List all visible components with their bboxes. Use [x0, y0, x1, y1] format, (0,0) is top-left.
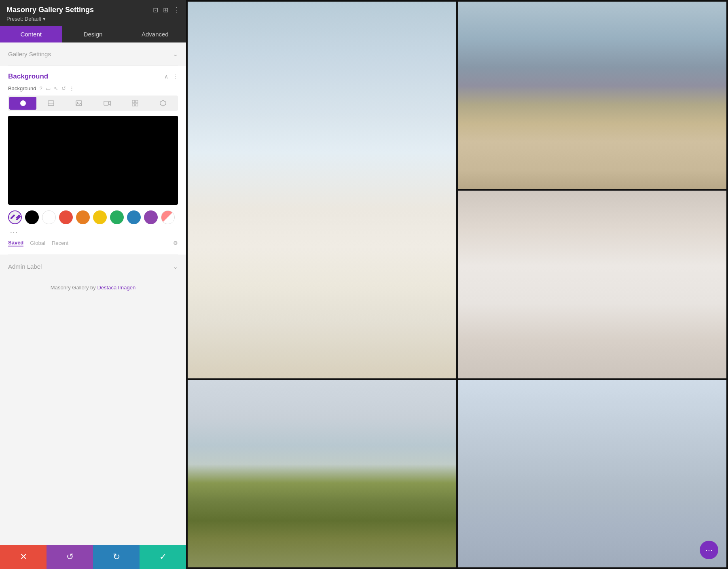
panel-header: Masonry Gallery Settings ⊡ ⊞ ⋮ Preset: D… [0, 0, 186, 26]
admin-section-title: Admin Label [8, 263, 42, 270]
admin-label-section: Admin Label ⌄ [0, 255, 186, 278]
background-options-icon[interactable]: ⋮ [69, 85, 74, 91]
color-tab-saved[interactable]: Saved [8, 240, 23, 246]
color-preview[interactable] [8, 116, 178, 205]
gallery-dots-icon: ⋯ [705, 546, 713, 554]
cancel-icon: ✕ [20, 552, 27, 562]
background-section-title: Background [8, 72, 48, 81]
background-more-icon[interactable]: ⋮ [172, 73, 178, 80]
panel-title: Masonry Gallery Settings [6, 6, 94, 14]
panel-tabs: Content Design Advanced [0, 26, 186, 42]
preset-label: Preset: Default [6, 16, 41, 22]
more-swatches-button[interactable]: ⋯ [8, 227, 178, 237]
swatch-black[interactable] [25, 210, 39, 224]
gallery-settings-section[interactable]: Gallery Settings ⌄ [0, 42, 186, 66]
swatch-yellow[interactable] [93, 210, 107, 224]
admin-section-header[interactable]: Admin Label ⌄ [8, 263, 178, 270]
panel-preset[interactable]: Preset: Default ▾ [6, 16, 180, 26]
tab-design[interactable]: Design [62, 26, 124, 42]
save-icon: ✓ [159, 552, 167, 562]
background-section: Background ∧ ⋮ Background ? ▭ ↖ ↺ ⋮ [0, 66, 186, 255]
credit-text: Masonry Gallery by Destaca Imagen [0, 278, 186, 297]
settings-panel: Masonry Gallery Settings ⊡ ⊞ ⋮ Preset: D… [0, 0, 186, 569]
bg-type-video[interactable] [93, 97, 121, 110]
panel-body: Gallery Settings ⌄ Background ∧ ⋮ Backgr… [0, 42, 186, 545]
svg-rect-8 [132, 104, 135, 106]
swatch-white[interactable] [42, 210, 56, 224]
svg-rect-5 [104, 101, 108, 105]
gallery-item-living [458, 191, 726, 378]
background-arrow-icon[interactable]: ↖ [54, 85, 58, 91]
swatch-orange[interactable] [76, 210, 90, 224]
swatch-purple[interactable] [144, 210, 158, 224]
background-section-header: Background ∧ ⋮ [8, 66, 178, 85]
panel-title-icons: ⊡ ⊞ ⋮ [153, 6, 180, 14]
content-area: ⋯ [186, 0, 728, 569]
panel-footer: ✕ ↺ ↻ ✓ [0, 545, 186, 569]
background-reset-icon[interactable]: ↺ [61, 85, 66, 91]
tab-advanced[interactable]: Advanced [124, 26, 186, 42]
color-tabs: Saved Global Recent ⚙ [8, 237, 178, 246]
background-label-row: Background ? ▭ ↖ ↺ ⋮ [8, 85, 178, 96]
redo-icon: ↻ [113, 552, 120, 562]
swatch-green[interactable] [110, 210, 124, 224]
svg-rect-7 [135, 100, 138, 103]
credit-link[interactable]: Destaca Imagen [97, 284, 135, 291]
svg-rect-9 [135, 104, 138, 106]
layout-icon[interactable]: ⊞ [163, 6, 168, 14]
svg-rect-3 [76, 101, 82, 106]
svg-rect-6 [132, 100, 135, 103]
bg-type-image[interactable] [66, 97, 93, 110]
gallery-more-button[interactable]: ⋯ [700, 541, 718, 559]
swatch-red[interactable] [59, 210, 73, 224]
background-field-label: Background [8, 85, 36, 91]
swatch-clear[interactable] [161, 210, 175, 224]
gallery-item-dock [188, 380, 456, 567]
save-button[interactable]: ✓ [140, 545, 186, 569]
redo-button[interactable]: ↻ [93, 545, 140, 569]
panel-title-row: Masonry Gallery Settings ⊡ ⊞ ⋮ [6, 6, 180, 14]
credit-prefix: Masonry Gallery by [51, 284, 97, 291]
color-tab-recent[interactable]: Recent [52, 240, 68, 246]
background-collapse-icon[interactable]: ∧ [164, 73, 168, 80]
svg-point-0 [20, 100, 26, 106]
focus-icon[interactable]: ⊡ [153, 6, 158, 14]
color-tab-global[interactable]: Global [30, 240, 45, 246]
more-options-icon[interactable]: ⋮ [173, 6, 180, 14]
gallery-item-pier [458, 2, 726, 189]
background-section-controls: ∧ ⋮ [164, 73, 178, 80]
bg-type-gradient[interactable] [37, 97, 64, 110]
masonry-gallery: ⋯ [186, 0, 728, 569]
bg-type-solid[interactable] [9, 97, 36, 110]
gallery-settings-chevron: ⌄ [173, 51, 178, 57]
gallery-settings-label: Gallery Settings [8, 51, 51, 57]
bg-type-pattern[interactable] [121, 97, 148, 110]
svg-point-4 [77, 102, 78, 103]
preset-arrow: ▾ [43, 16, 46, 22]
color-swatches [8, 210, 178, 224]
swatch-blue[interactable] [127, 210, 141, 224]
background-help-icon[interactable]: ? [39, 85, 42, 91]
undo-button[interactable]: ↺ [47, 545, 93, 569]
tab-content[interactable]: Content [0, 26, 62, 42]
background-device-icon[interactable]: ▭ [46, 85, 51, 91]
color-settings-gear[interactable]: ⚙ [173, 240, 178, 246]
gallery-item-blue[interactable]: ⋯ [458, 380, 726, 567]
gallery-item-desert [188, 2, 456, 378]
admin-section-chevron: ⌄ [173, 263, 178, 270]
eyedropper-button[interactable] [8, 210, 22, 224]
undo-icon: ↺ [66, 552, 74, 562]
background-type-tabs [8, 96, 178, 111]
bg-type-mask[interactable] [150, 97, 177, 110]
cancel-button[interactable]: ✕ [0, 545, 47, 569]
